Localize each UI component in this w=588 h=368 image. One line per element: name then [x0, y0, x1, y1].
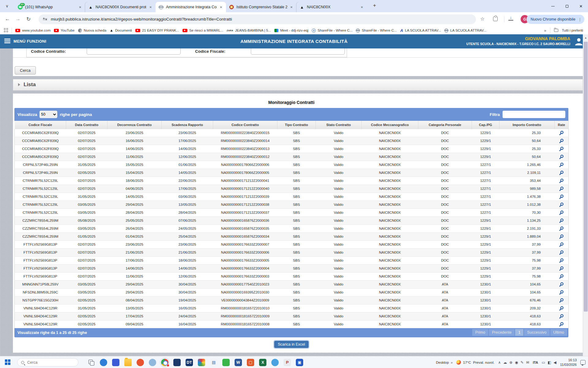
codice-fiscale-input[interactable]	[251, 48, 345, 55]
magnifier-icon[interactable]	[559, 322, 564, 326]
bookmark-star-icon[interactable]: ☆	[480, 16, 484, 22]
app-blue-round-icon[interactable]	[100, 359, 107, 366]
column-header[interactable]: Data Contratto	[66, 121, 107, 129]
tab-close-icon[interactable]: ✕	[290, 6, 293, 9]
back-icon[interactable]: ←	[5, 16, 10, 22]
pagination-successivo[interactable]: Successivo	[524, 329, 549, 336]
column-header[interactable]: Cap./PG	[472, 121, 499, 129]
new-tab-button[interactable]: +	[373, 2, 376, 9]
bookmark-item[interactable]: Se riesci a MIMARL...	[183, 29, 223, 32]
app-orange-icon[interactable]: ▢	[247, 359, 254, 366]
language-indicator[interactable]: ITA	[533, 361, 538, 364]
filter-input[interactable]	[503, 111, 565, 118]
user-icon[interactable]	[575, 37, 583, 47]
address-bar[interactable]: miurjb3.pubblica.istruzione.it/amica2/#g…	[39, 14, 476, 24]
magnifier-icon[interactable]	[559, 306, 564, 310]
pagination-primo[interactable]: Primo	[472, 329, 488, 336]
shield-icon[interactable]: ◉	[515, 360, 518, 365]
apps-grid-icon[interactable]	[4, 28, 8, 32]
column-header[interactable]: Decorrenza Contratto	[107, 121, 162, 129]
tab-close-icon[interactable]: ✕	[219, 6, 223, 9]
magnifier-icon[interactable]	[559, 163, 564, 166]
weather-widget[interactable]: 17°C Preval. nuvol.	[456, 360, 494, 365]
rows-per-page-select[interactable]: 50	[40, 111, 57, 118]
download-icon[interactable]: ↓	[508, 15, 513, 21]
taskbar-search-input[interactable]	[27, 360, 70, 365]
browser-tab[interactable]: ▲NAIC8CN00X Documenti proto...✕	[85, 2, 156, 12]
onedrive-icon[interactable]: ☁	[503, 360, 507, 365]
magnifier-icon[interactable]	[559, 178, 564, 182]
taskbar-search[interactable]	[17, 358, 78, 366]
column-header[interactable]: Codice Contratto	[213, 121, 277, 129]
magnifier-icon[interactable]	[559, 314, 564, 318]
column-header[interactable]: Codice Meccanografico	[362, 121, 418, 129]
bookmark-item[interactable]: ALA SCUOLA ATTRAV...	[400, 28, 441, 33]
bookmark-item[interactable]: ZARAJEANS-BAMBINA | 5...	[227, 29, 271, 32]
notifications-icon[interactable]	[580, 360, 586, 365]
bookmark-item[interactable]: ▲Documenti	[110, 28, 132, 33]
magnifier-icon[interactable]	[559, 226, 564, 230]
magnifier-icon[interactable]	[559, 186, 564, 190]
scrollbar-thumb[interactable]	[584, 42, 588, 312]
minimize-icon[interactable]	[546, 0, 560, 12]
close-icon[interactable]: ✕	[574, 0, 588, 12]
app-light-icon[interactable]: P	[284, 359, 291, 366]
volume-icon[interactable]: ◀	[554, 360, 556, 365]
browser-tab[interactable]: ▲NAIC8CN00X✕	[296, 2, 367, 12]
word-icon[interactable]: W	[235, 359, 242, 366]
magnifier-icon[interactable]	[559, 210, 564, 214]
bookmark-item[interactable]: SShareFile - Where C...	[312, 29, 352, 33]
pen-icon[interactable]: ✎	[521, 360, 524, 365]
magnifier-icon[interactable]	[559, 171, 564, 174]
tab-close-icon[interactable]: ✕	[78, 6, 82, 9]
column-header[interactable]: Scadenza Rapporto	[162, 121, 213, 129]
bookmark-item[interactable]: www.youtube.com	[15, 29, 51, 32]
bookmark-item[interactable]: Meet - ddj-rizv-eqj	[274, 29, 308, 32]
browser-tab[interactable]: Amministrazione Integrata Con...✕	[156, 2, 226, 12]
magnifier-icon[interactable]	[559, 266, 564, 270]
network-icon[interactable]: ◧	[548, 360, 551, 365]
site-settings-icon[interactable]	[43, 17, 47, 21]
magnifier-icon[interactable]	[559, 139, 564, 142]
touch-keyboard-icon[interactable]: ▭	[542, 360, 545, 365]
codice-contratto-input[interactable]	[87, 48, 181, 55]
excel-icon[interactable]: X	[259, 359, 266, 366]
url-text[interactable]: miurjb3.pubblica.istruzione.it/amica2/#g…	[51, 14, 232, 24]
all-bookmarks-label[interactable]: Tutti i preferiti	[562, 29, 583, 32]
app-red-icon[interactable]	[137, 359, 144, 366]
magnifier-icon[interactable]	[559, 250, 564, 254]
column-header[interactable]: Categoria Personale	[418, 121, 472, 129]
bookmarks-overflow-icon[interactable]: »	[544, 28, 546, 33]
page-scrollbar[interactable]: ▲	[583, 34, 588, 356]
app-navy-icon[interactable]	[173, 359, 181, 366]
app-grid-icon[interactable]: ▤	[210, 359, 217, 366]
tray-expand-icon[interactable]: ∧	[498, 360, 501, 365]
forward-icon[interactable]: →	[15, 16, 21, 22]
column-header[interactable]: Stato Contratto	[316, 121, 362, 129]
magnifier-icon[interactable]	[559, 147, 564, 150]
magnifier-icon[interactable]	[559, 274, 564, 278]
lista-accordion[interactable]: Lista	[13, 79, 583, 90]
extensions-icon[interactable]	[493, 17, 498, 21]
magnifier-icon[interactable]	[559, 258, 564, 262]
app-blue-square-icon[interactable]: ▣	[296, 359, 303, 366]
magnifier-icon[interactable]	[559, 290, 564, 294]
browser-tab[interactable]: Istituto Comprensivo Statale 2 S...✕	[226, 2, 296, 12]
magnifier-icon[interactable]	[559, 218, 564, 222]
desktop-chevron-icon[interactable]: »	[451, 361, 453, 364]
column-header[interactable]: Tipo Contratto	[277, 121, 316, 129]
start-button[interactable]	[5, 359, 10, 365]
browser-tab[interactable]: ☎99+(101) WhatsApp✕	[15, 2, 85, 12]
cerca-button[interactable]: Cerca	[15, 66, 36, 75]
magnifier-icon[interactable]	[559, 155, 564, 158]
bookmark-item[interactable]: LA SCUOLA ATTRAV...	[444, 29, 486, 33]
bookmark-item[interactable]: YouTube	[54, 29, 74, 32]
file-explorer-icon[interactable]	[124, 359, 132, 366]
magnifier-icon[interactable]	[559, 131, 564, 134]
scarica-excel-button[interactable]: Scarica in Excel	[274, 341, 308, 348]
app-multicolor-icon[interactable]	[198, 359, 205, 366]
task-view-icon[interactable]	[88, 359, 95, 366]
magnifier-icon[interactable]	[559, 202, 564, 206]
column-header[interactable]: Importo Contratto	[499, 121, 555, 129]
pagination-precedente[interactable]: Precedente	[489, 329, 514, 336]
